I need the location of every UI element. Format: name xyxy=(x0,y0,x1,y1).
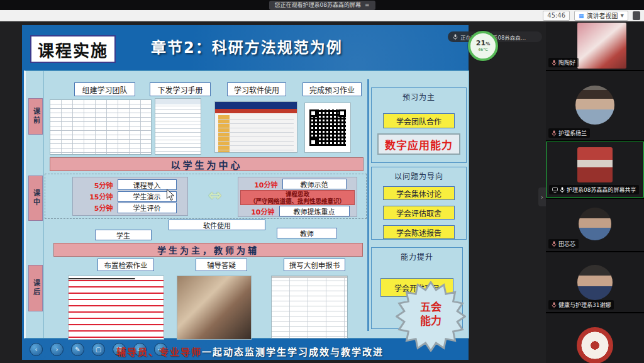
meeting-app-window: 您正在观看护理系08苏森森的屏幕 ≡ 45:46 ▦ 演讲者视图 ▼ 课程实施 … xyxy=(0,0,644,363)
mic-icon xyxy=(453,34,458,40)
problem-oriented-title: 以问题为导向 xyxy=(372,170,466,181)
classroom-photo-image xyxy=(177,276,252,340)
speaker-view-label: 演讲者视图 xyxy=(587,11,618,20)
five-abilities-burst: 五会 能力 xyxy=(396,281,466,352)
next-button[interactable]: › xyxy=(50,343,64,356)
slide-title: 章节2：科研方法规范为例 xyxy=(151,35,343,57)
time-label: 10分钟 xyxy=(249,179,278,189)
phase-label-before-class: 课前 xyxy=(28,98,43,135)
step-handbook: 下发学习手册 xyxy=(150,82,211,96)
shared-screen-slide: 课程实施 章节2：科研方法规范为例 课前 课中 课后 组建学习团队 下发学习手册… xyxy=(22,25,469,360)
teacher-demo-box: 教师示范 xyxy=(282,179,347,189)
chevron-right-icon: › xyxy=(541,193,543,201)
qr-finder xyxy=(338,109,346,117)
burst-line-1: 五会 xyxy=(396,300,466,314)
software-use-box: 软件使用 xyxy=(169,220,265,230)
burst-line-2: 能力 xyxy=(396,314,466,328)
preview-goal-title: 预习为主 xyxy=(372,91,466,102)
watching-screen-pill[interactable]: 您正在观看护理系08苏森森的屏幕 ≡ xyxy=(269,1,375,10)
footer-rest-text: 一起动态监测学生学习成效与教学改进 xyxy=(202,347,384,358)
in-class-row: 10分钟 教师示范 xyxy=(238,179,357,189)
participant-name: 陶陶好 xyxy=(558,59,575,67)
top-status-bar: 您正在观看护理系08苏森森的屏幕 ≡ xyxy=(0,0,644,10)
participant-name-tag: 田芯芯 xyxy=(548,239,579,249)
ideology-box: 课程思政 （严守网络道德、批判性思维意识） xyxy=(240,190,355,205)
toolbar-extra-button[interactable] xyxy=(633,11,640,20)
right-column-divider xyxy=(367,79,369,331)
phase-divider xyxy=(43,71,44,338)
participant-tile[interactable] xyxy=(546,313,644,363)
mic-icon xyxy=(552,302,557,308)
slide-badge: 课程实施 xyxy=(30,35,116,63)
group-discussion-box: 学会集体讨论 xyxy=(383,186,455,200)
participant-tile[interactable]: 护理系杨兰 xyxy=(546,71,644,140)
proposal-box: 撰写大创申报书 xyxy=(284,259,345,271)
search-homework-box: 布置检索作业 xyxy=(97,259,154,271)
five-abilities-text: 五会 能力 xyxy=(396,300,466,328)
team-roster-table-image xyxy=(50,99,152,155)
avatar xyxy=(577,265,613,300)
meeting-toolbar: 45:46 ▦ 演讲者视图 ▼ xyxy=(0,10,644,21)
digital-ability-box: 数字应用能力 xyxy=(377,133,460,155)
chevron-down-icon: ▼ xyxy=(621,13,624,18)
participant-tile[interactable]: 田芯芯 xyxy=(546,199,644,251)
phase-label-in-class: 课中 xyxy=(28,176,43,221)
layout-grid-icon: ▦ xyxy=(579,13,584,19)
mic-icon xyxy=(552,60,557,66)
participant-tile-sharing[interactable]: 护理系08苏森森的屏幕共享 xyxy=(546,142,644,198)
cpu-percent-value: 21 xyxy=(476,39,486,47)
participant-name-tag: 护理系08苏森森的屏幕共享 xyxy=(549,185,639,194)
teacher-summary-box: 教师提炼重点 xyxy=(279,206,350,216)
qr-finder xyxy=(309,138,317,146)
participant-name-tag: 护理系杨兰 xyxy=(548,128,590,138)
proposal-table-image xyxy=(271,276,348,338)
temperature-value: 46°C xyxy=(478,48,488,52)
qr-code-image xyxy=(304,103,351,153)
sidebar-collapse-handle[interactable]: › xyxy=(538,187,546,206)
step-preview-homework: 完成预习作业 xyxy=(303,82,362,96)
mic-icon xyxy=(552,241,557,247)
screenshot-body xyxy=(218,115,294,153)
teamwork-skill-box: 学会团队合作 xyxy=(383,113,455,128)
problem-oriented-box: 以问题为导向 学会集体讨论 学会评估取舍 学会陈述报告 xyxy=(371,167,467,240)
participant-name: 护理系杨兰 xyxy=(558,129,587,137)
screenshot-banner xyxy=(215,109,297,113)
in-class-right-box: 10分钟 教师示范 课程思政 （严守网络道德、批判性思维意识） 10分钟 教师提… xyxy=(238,177,357,217)
time-label: 5分钟 xyxy=(84,180,113,190)
student-centered-banner: 以学生为中心 xyxy=(50,157,364,171)
step-software: 学习软件使用 xyxy=(227,82,286,96)
time-label: 10分钟 xyxy=(246,206,275,216)
time-label: 15分钟 xyxy=(84,191,113,201)
red-text-document-image xyxy=(68,276,164,340)
ideology-subtitle: （严守网络道德、批判性思维意识） xyxy=(241,198,354,204)
screenshot-header xyxy=(215,102,297,109)
participant-video xyxy=(577,23,626,69)
screen-share-icon xyxy=(552,187,558,193)
avatar xyxy=(577,147,613,182)
mouse-cursor xyxy=(166,189,175,201)
qr-finder xyxy=(309,109,317,117)
slide-footer-text: 辅导员、专业导师一起动态监测学生学习成效与教学改进 xyxy=(116,345,384,358)
preview-goal-box: 预习为主 学会团队合作 数字应用能力 xyxy=(371,87,467,163)
ideology-title: 课程思政 xyxy=(241,191,354,198)
study-handbook-image xyxy=(155,98,201,155)
in-class-row: 5分钟 学生评价 xyxy=(73,203,187,213)
participant-name-tag: 陶陶好 xyxy=(548,58,579,67)
speaker-view-button[interactable]: ▦ 演讲者视图 ▼ xyxy=(574,11,628,21)
qr-pattern xyxy=(309,109,346,146)
meeting-timer: 45:46 xyxy=(543,11,570,21)
phase-label-after-class: 课后 xyxy=(28,265,43,311)
step-build-team: 组建学习团队 xyxy=(74,82,135,96)
avatar xyxy=(575,86,614,125)
pointer-button[interactable]: ▢ xyxy=(92,343,105,356)
tutoring-box: 辅导答疑 xyxy=(196,259,247,271)
avatar xyxy=(579,208,611,240)
prev-button[interactable]: ‹ xyxy=(30,343,43,356)
flowchart-panel: 课前 课中 课后 组建学习团队 下发学习手册 学习软件使用 完成预习作业 xyxy=(24,70,469,338)
mic-icon xyxy=(552,130,557,137)
menu-icon[interactable]: ≡ xyxy=(365,1,370,9)
participant-tile[interactable]: 健康与护理系31谢娜 xyxy=(546,252,644,312)
cpu-temp-gauge[interactable]: 21% 46°C xyxy=(468,31,498,61)
participant-tile[interactable]: 陶陶好 xyxy=(546,21,644,70)
pen-button[interactable]: ✎ xyxy=(71,343,84,356)
